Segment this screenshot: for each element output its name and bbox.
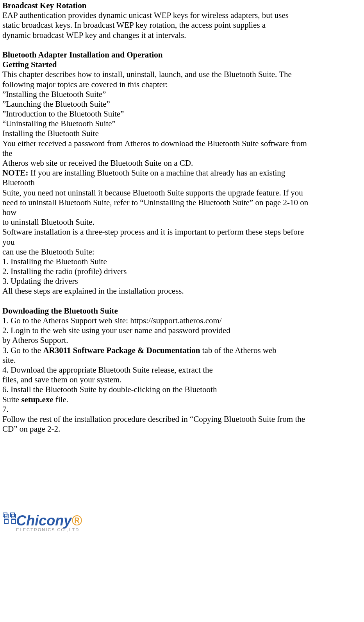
body-text: Software installation is a three-step pr… xyxy=(2,227,362,237)
body-text: how xyxy=(2,208,362,217)
body-text: EAP authentication provides dynamic unic… xyxy=(2,11,362,20)
note-label: NOTE: xyxy=(2,168,29,177)
heading-broadcast-key-rotation: Broadcast Key Rotation xyxy=(2,1,362,11)
step-prefix: Suite xyxy=(2,395,21,404)
step-suffix: file. xyxy=(54,395,68,404)
step-item: Suite setup.exe file. xyxy=(2,395,362,405)
logo-brand-name: Chicony® xyxy=(16,512,82,529)
topic-item: ”Introduction to the Bluetooth Suite” xyxy=(2,109,362,119)
step-item: 7. xyxy=(2,405,362,414)
body-text: site. xyxy=(2,355,362,365)
step-prefix: 3. Go to the xyxy=(2,346,43,355)
body-text: you xyxy=(2,237,362,247)
logo-company-line: ELECTRONICS CO.,LTD. xyxy=(16,527,82,532)
step-item: 1. Go to the Atheros Support web site: h… xyxy=(2,316,362,326)
blank-line xyxy=(2,296,362,306)
topic-item: “Uninstalling the Bluetooth Suite” xyxy=(2,119,362,129)
blank-line xyxy=(2,40,362,50)
body-text: need to uninstall Bluetooth Suite, refer… xyxy=(2,198,362,208)
body-text: following major topics are covered in th… xyxy=(2,80,362,90)
step-item: 4. Download the appropriate Bluetooth Su… xyxy=(2,365,362,375)
body-text: Follow the rest of the installation proc… xyxy=(2,414,362,424)
step-suffix: tab of the Atheros web xyxy=(200,346,276,355)
step-item: 6. Install the Bluetooth Suite by double… xyxy=(2,385,362,394)
step-item: 3. Updating the drivers xyxy=(2,276,362,286)
logo-icon xyxy=(2,512,15,527)
footer-logo: Chicony® ELECTRONICS CO.,LTD. xyxy=(2,512,362,532)
topic-item: ”Installing the Bluetooth Suite” xyxy=(2,90,362,99)
body-text: can use the Bluetooth Suite: xyxy=(2,247,362,257)
note-text: If you are installing Bluetooth Suite on… xyxy=(29,168,285,177)
body-text: Bluetooth xyxy=(2,178,362,188)
body-text: Suite, you need not uninstall it because… xyxy=(2,188,362,198)
heading-getting-started: Getting Started xyxy=(2,60,362,70)
body-text: dynamic broadcast WEP key and changes it… xyxy=(2,30,362,40)
step-item: 3. Go to the AR3011 Software Package & D… xyxy=(2,346,362,355)
body-text: the xyxy=(2,149,362,158)
body-text: to uninstall Bluetooth Suite. xyxy=(2,217,362,227)
step-item: 2. Installing the radio (profile) driver… xyxy=(2,267,362,276)
body-text: You either received a password from Athe… xyxy=(2,139,362,149)
body-text: All these steps are explained in the ins… xyxy=(2,286,362,296)
step-item: 1. Installing the Bluetooth Suite xyxy=(2,257,362,267)
body-text: Atheros web site or received the Bluetoo… xyxy=(2,158,362,168)
body-text: files, and save them on your system. xyxy=(2,375,362,385)
step-item: 2. Login to the web site using your user… xyxy=(2,326,362,335)
topic-item: ”Launching the Bluetooth Suite” xyxy=(2,99,362,109)
heading-downloading: Downloading the Bluetooth Suite xyxy=(2,306,362,316)
heading-bluetooth-adapter: Bluetooth Adapter Installation and Opera… xyxy=(2,50,362,60)
body-text: static broadcast keys. In broadcast WEP … xyxy=(2,20,362,30)
body-text: This chapter describes how to install, u… xyxy=(2,70,362,79)
setup-file-name: setup.exe xyxy=(21,395,53,404)
software-package-name: AR3011 Software Package & Documentation xyxy=(43,346,200,355)
heading-installing: Installing the Bluetooth Suite xyxy=(2,129,362,138)
note-line: NOTE: If you are installing Bluetooth Su… xyxy=(2,168,362,178)
body-text: by Atheros Support. xyxy=(2,335,362,345)
body-text: CD” on page 2-2. xyxy=(2,424,362,434)
